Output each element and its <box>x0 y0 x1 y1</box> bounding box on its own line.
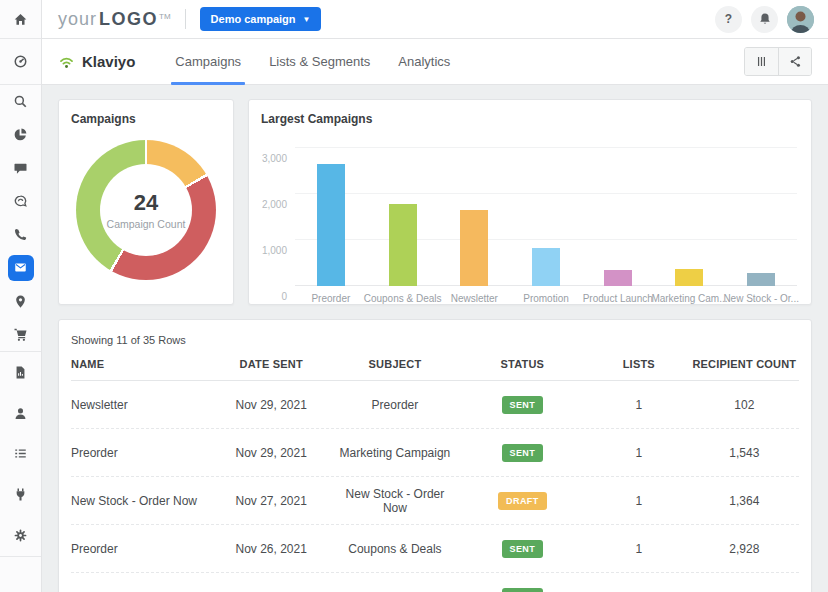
location-pin-icon <box>13 294 28 309</box>
tab-label: Lists & Segments <box>269 54 370 69</box>
bar-columns: PreorderCoupons & DealsNewsletterPromoti… <box>295 148 797 286</box>
x-axis-label: Preorder <box>311 293 350 304</box>
cell-name: Preorder <box>71 542 209 556</box>
share-button[interactable] <box>778 48 811 75</box>
cell-lists: 1 <box>588 398 690 412</box>
logo-trademark: TM <box>159 12 171 21</box>
cell-lists: 1 <box>588 446 690 460</box>
list-icon <box>13 446 28 461</box>
sidebar-item-email[interactable] <box>0 251 41 284</box>
cell-subject: Preorder <box>333 398 457 412</box>
sidebar-item-social[interactable] <box>0 185 41 218</box>
header-divider <box>185 9 186 29</box>
bar-column: Coupons & Deals <box>367 148 439 286</box>
table-row[interactable]: NewsletterNov 29, 2021PreorderSENT1102 <box>71 381 799 429</box>
bell-icon <box>758 12 772 26</box>
status-badge: SENT <box>502 444 544 462</box>
x-axis-label: Product Launch <box>583 293 653 304</box>
plug-icon <box>13 487 28 502</box>
sidebar-item-lists[interactable] <box>0 434 41 475</box>
sidebar-item-chat[interactable] <box>0 152 41 185</box>
cell-recipient-count: 1,364 <box>690 494 799 508</box>
app-logo: Klaviyo <box>58 53 135 70</box>
table-header-row: NAME DATE SENT SUBJECT STATUS LISTS RECI… <box>71 358 799 381</box>
dashboard-icon <box>13 54 28 69</box>
bar-2 <box>389 204 417 286</box>
sidebar-item-store[interactable] <box>0 318 41 351</box>
sidebar-item-search[interactable] <box>0 85 41 118</box>
sidebar-item-contacts[interactable] <box>0 393 41 434</box>
sidebar-item-home[interactable] <box>0 0 41 39</box>
gear-icon <box>13 528 28 543</box>
bar-5 <box>604 270 632 286</box>
cell-lists: 1 <box>588 542 690 556</box>
chevron-down-icon: ▼ <box>303 15 311 24</box>
cell-status: SENT <box>457 540 588 558</box>
sidebar-item-integrations[interactable] <box>0 474 41 515</box>
klaviyo-signal-icon <box>58 53 75 70</box>
search-icon <box>13 94 28 109</box>
status-badge: SENT <box>502 588 544 592</box>
sidebar-item-locations[interactable] <box>0 285 41 318</box>
avatar-photo-icon <box>787 6 814 33</box>
cell-name: Preorder <box>71 446 209 460</box>
email-icon <box>13 260 28 275</box>
cell-status: SENT <box>457 588 588 592</box>
sidebar-item-files[interactable] <box>0 352 41 393</box>
bar-card-title: Largest Campaigns <box>249 100 811 126</box>
cell-date-sent: Nov 26, 2021 <box>209 542 333 556</box>
tab-analytics[interactable]: Analytics <box>384 39 464 85</box>
pie-chart-icon <box>13 127 28 142</box>
tab-campaigns[interactable]: Campaigns <box>161 39 255 85</box>
view-tools <box>744 47 812 76</box>
cell-recipient-count: 1,543 <box>690 446 799 460</box>
sidebar-item-settings[interactable] <box>0 515 41 556</box>
phone-icon <box>13 227 28 242</box>
cart-icon <box>13 327 28 342</box>
bar-column: Marketing Cam... <box>654 148 726 286</box>
status-badge: SENT <box>502 540 544 558</box>
columns-button[interactable] <box>745 48 778 75</box>
table-row[interactable]: PromotionNov 26, 2021NewsletterSENT12,53… <box>71 573 799 592</box>
logo-prefix: your <box>58 9 97 30</box>
bar-3 <box>460 210 488 286</box>
columns-icon <box>755 55 768 68</box>
y-axis-tick: 3,000 <box>262 153 287 164</box>
tab-label: Campaigns <box>175 54 241 69</box>
cell-subject: Marketing Campaign <box>333 446 457 460</box>
brand-logo: your LOGO TM <box>58 9 171 30</box>
column-header-date-sent: DATE SENT <box>209 358 333 370</box>
table-body: NewsletterNov 29, 2021PreorderSENT1102Pr… <box>71 381 799 592</box>
sidebar <box>0 0 42 592</box>
cell-status: DRAFT <box>457 492 588 510</box>
campaign-dropdown-button[interactable]: Demo campaign ▼ <box>200 7 322 31</box>
table-row[interactable]: New Stock - Order NowNov 27, 2021New Sto… <box>71 477 799 525</box>
table-row[interactable]: PreorderNov 26, 2021Coupons & DealsSENT1… <box>71 525 799 573</box>
active-indicator <box>8 255 34 281</box>
share-icon <box>789 55 802 68</box>
y-axis-tick: 1,000 <box>262 245 287 256</box>
help-button[interactable]: ? <box>715 6 742 33</box>
notifications-button[interactable] <box>751 6 778 33</box>
status-badge: SENT <box>502 396 544 414</box>
cell-date-sent: Nov 29, 2021 <box>209 446 333 460</box>
cell-subject: Coupons & Deals <box>333 542 457 556</box>
tab-label: Analytics <box>398 54 450 69</box>
column-header-subject: SUBJECT <box>333 358 457 370</box>
tab-lists-segments[interactable]: Lists & Segments <box>255 39 384 85</box>
tab-list: Campaigns Lists & Segments Analytics <box>161 39 464 85</box>
bar-column: Preorder <box>295 148 367 286</box>
app-tab-bar: Klaviyo Campaigns Lists & Segments Analy… <box>42 39 828 85</box>
sidebar-item-reports[interactable] <box>0 118 41 151</box>
column-header-lists: LISTS <box>588 358 690 370</box>
table-row[interactable]: PreorderNov 29, 2021Marketing CampaignSE… <box>71 429 799 477</box>
help-icon: ? <box>725 12 732 26</box>
x-axis-label: Marketing Cam... <box>651 293 727 304</box>
campaign-count-value: 24 <box>134 190 158 216</box>
largest-campaigns-card: Largest Campaigns 01,0002,0003,000Preord… <box>248 99 812 305</box>
sidebar-item-dashboard[interactable] <box>0 39 41 85</box>
cell-name: New Stock - Order Now <box>71 494 209 508</box>
user-avatar[interactable] <box>787 6 814 33</box>
sidebar-item-calls[interactable] <box>0 218 41 251</box>
cell-status: SENT <box>457 396 588 414</box>
